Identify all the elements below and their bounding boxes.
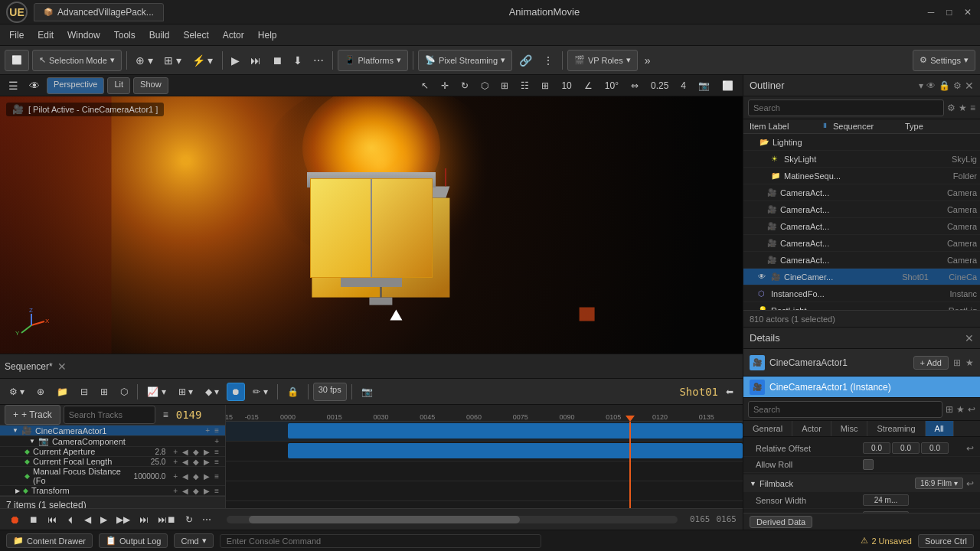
outliner-search-settings-btn[interactable]: ⚙ [947, 103, 956, 113]
vp-grid-toggle[interactable]: ⊞ [537, 78, 554, 93]
track-apt-add-btn[interactable]: + [172, 448, 179, 456]
seq-folder-btn[interactable]: 📁 [52, 383, 73, 401]
seq-add-track-btn[interactable]: ⊕ [32, 383, 49, 401]
details-prop-grid-btn[interactable]: ⊞ [946, 404, 953, 415]
track-cc-add-btn[interactable]: + [213, 437, 220, 445]
timeline-scrollbar[interactable] [227, 516, 678, 523]
seq-filter-btn2[interactable]: ≡ [158, 406, 173, 424]
seq-right-btn[interactable]: ⬅ [721, 383, 738, 401]
outliner-item-lighting[interactable]: 📂 Lighting [743, 134, 980, 151]
transport-play-btn[interactable]: ▶ [97, 513, 110, 527]
track-fl-key-btn[interactable]: ◆ [191, 458, 201, 466]
track-fd-more-btn[interactable]: ≡ [213, 472, 220, 481]
track-aperture[interactable]: ◆ Current Aperture 2.8 + ◀ ◆ ▶ ≡ [0, 447, 225, 457]
transport-options-btn[interactable]: ⋯ [199, 513, 214, 527]
track-tf-next-btn[interactable]: ▶ [202, 487, 211, 495]
track-tf-ctrl-btn[interactable]: ◀ [181, 487, 190, 495]
maximize-button[interactable]: □ [943, 6, 956, 18]
details-add-btn[interactable]: + Add [913, 356, 949, 370]
transport-stop-btn[interactable]: ⏹ [26, 513, 41, 527]
seq-edit-btn[interactable]: ✏ ▾ [248, 383, 272, 401]
tab-general[interactable]: General [743, 421, 792, 436]
transport-goto-end-btn[interactable]: ⏭⏹ [155, 513, 179, 527]
outliner-item-skylight[interactable]: ☀ SkyLight SkyLig [743, 151, 980, 168]
snap-btn[interactable]: ⚡ ▾ [188, 50, 217, 71]
tab-misc[interactable]: Misc [831, 421, 868, 436]
track-apt-ctrl-btn[interactable]: ◀ [181, 448, 190, 456]
filmback-reset-btn[interactable]: ↩ [966, 478, 974, 489]
seq-key-btn[interactable]: ◆ ▾ [201, 383, 224, 401]
vp-show-btn[interactable]: Show [133, 77, 168, 94]
seq-filter-btn[interactable]: ⊟ [76, 383, 93, 401]
transport-prev-key-btn[interactable]: ◀ [81, 513, 94, 527]
vp-rotate-tool[interactable]: ↻ [456, 78, 473, 93]
track-fl-ctrl-btn[interactable]: ◀ [181, 458, 190, 466]
vp-eye-btn[interactable]: 👁 [25, 75, 44, 96]
track-fd-add-btn[interactable]: + [172, 472, 179, 481]
clip-cinecamera[interactable] [288, 423, 743, 439]
details-collapse-btn[interactable]: ↩ [968, 404, 975, 415]
seq-curve-btn[interactable]: 📈 ▾ [142, 383, 170, 401]
output-log-btn[interactable]: 📋 Output Log [99, 533, 168, 548]
offset-z-field[interactable] [921, 442, 949, 454]
transport-record-btn[interactable]: ⏺ [6, 512, 23, 527]
pixel-streaming-btn[interactable]: 📡 Pixel Streaming ▾ [418, 50, 512, 71]
track-cinecamera[interactable]: ▼ 🎥 CineCameraActor1 + ≡ [0, 425, 225, 436]
platforms-btn[interactable]: 📱 Platforms ▾ [338, 50, 408, 71]
track-transform[interactable]: ▶ ◆ Transform + ◀ ◆ ▶ ≡ [0, 486, 225, 496]
outliner-item-instanced[interactable]: ⬡ InstancedFo... Instanc [743, 285, 980, 302]
details-search-input[interactable] [748, 401, 942, 418]
track-apt-key-btn[interactable]: ◆ [191, 448, 201, 456]
vp-transform-tool[interactable]: ⊞ [496, 78, 513, 93]
track-add-btn[interactable]: + [204, 426, 211, 435]
vp-move-tool[interactable]: ✛ [436, 78, 453, 93]
expand-btn[interactable]: » [641, 50, 655, 71]
seq-fps-display[interactable]: 30 fps [313, 383, 347, 401]
tab-all[interactable]: All [926, 421, 954, 436]
transport-next-key-btn[interactable]: ▶▶ [113, 513, 133, 527]
seq-keys-btn[interactable]: ⬡ [116, 383, 132, 401]
more-play-btn[interactable]: ⋯ [309, 50, 328, 71]
stop-btn[interactable]: ⏹ [268, 50, 286, 71]
vp-perspective-btn[interactable]: Perspective [47, 77, 104, 94]
menu-actor[interactable]: Actor [217, 28, 250, 43]
play-next-btn[interactable]: ⏭ [247, 50, 265, 71]
details-favorite-btn[interactable]: ★ [965, 357, 974, 368]
outliner-close-btn[interactable]: ✕ [965, 80, 974, 92]
menu-build[interactable]: Build [143, 28, 176, 43]
track-fd-next-btn[interactable]: ▶ [202, 472, 211, 481]
search-tracks-input[interactable] [64, 406, 155, 424]
filmback-preset[interactable]: 16:9 Film ▾ [915, 478, 963, 489]
menu-file[interactable]: File [3, 28, 30, 43]
transport-loop-btn[interactable]: ↻ [182, 513, 196, 527]
outliner-search-input[interactable] [748, 99, 944, 116]
track-tf-add-btn[interactable]: + [172, 487, 179, 495]
track-focus-dist[interactable]: ◆ Manual Focus Distance (Fo 100000.0 + ◀… [0, 467, 225, 486]
menu-window[interactable]: Window [61, 28, 106, 43]
vp-scale-value[interactable]: 0.25 [646, 78, 673, 93]
vp-scale-tool[interactable]: ⬡ [476, 78, 493, 93]
outliner-item-camera2[interactable]: 🎥 CameraAct... Camera [743, 201, 980, 218]
play-btn[interactable]: ▶ [227, 50, 243, 71]
seq-lock-btn[interactable]: 🔒 [283, 383, 303, 401]
project-tab[interactable]: 📦 AdvancedVillagePack... [34, 3, 164, 21]
track-fl-more-btn[interactable]: ≡ [213, 458, 220, 466]
outliner-item-camera1[interactable]: 🎥 CameraAct... Camera [743, 184, 980, 201]
offset-x-field[interactable] [863, 442, 890, 454]
vp-grid-value[interactable]: 10 [557, 78, 576, 93]
track-apt-more-btn[interactable]: ≡ [213, 448, 220, 456]
outliner-item-camera5[interactable]: 🎥 CameraAct... Camera [743, 252, 980, 269]
add-track-btn[interactable]: + + Track [5, 405, 60, 425]
outliner-item-rectlight[interactable]: 💡 RectLight RectLig [743, 302, 980, 310]
track-fd-key-btn[interactable]: ◆ [191, 472, 201, 481]
seq-snap-btn[interactable]: ⊞ ▾ [174, 383, 198, 401]
track-tf-key-btn[interactable]: ◆ [191, 487, 201, 495]
outliner-item-camera4[interactable]: 🎥 CameraAct... Camera [743, 235, 980, 252]
menu-tools[interactable]: Tools [108, 28, 142, 43]
seq-mode-btn[interactable]: ⚙ ▾ [5, 383, 29, 401]
track-tf-more-btn[interactable]: ≡ [213, 487, 220, 495]
content-drawer-btn[interactable]: 📁 Content Drawer [6, 533, 93, 548]
seq-merge-btn[interactable]: ⊞ [96, 383, 113, 401]
transport-goto-start-btn[interactable]: ⏮ [44, 513, 60, 527]
close-button[interactable]: ✕ [962, 6, 974, 18]
